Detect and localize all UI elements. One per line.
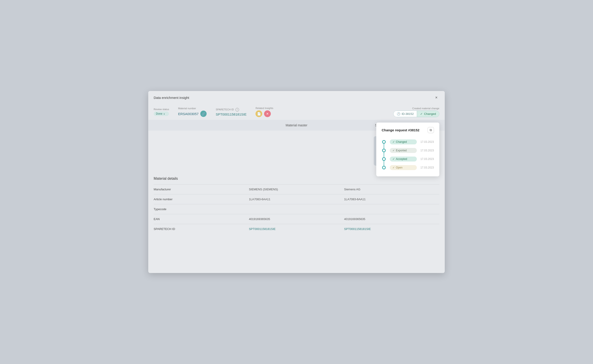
value-sparetechid-col3[interactable]: SPT0001158181SIE <box>344 227 439 231</box>
review-status-group: Review status Done ∨ <box>154 108 169 116</box>
modal-header: Data enrichment insight × <box>148 91 445 104</box>
timeline-dot-changed <box>382 140 386 144</box>
related-icons: 📄 ✕ <box>255 110 273 117</box>
check-icon: ✓ <box>420 112 423 116</box>
status-badge-exported: ✓ Exported <box>390 148 417 153</box>
timeline-date-open: 17.03.2023 <box>420 166 434 169</box>
change-badge-status: ✓ Changed <box>417 111 439 117</box>
check-icon-accepted: ✓ <box>392 157 395 161</box>
popup-header: Change request #38152 ⧉ <box>382 127 434 133</box>
label-article-number: Article number <box>154 198 249 201</box>
timeline-dot-accepted <box>382 157 386 161</box>
value-ean-col2: 4019169365635 <box>249 217 344 221</box>
timeline-date-changed: 17.03.2023 <box>420 140 434 143</box>
status-badge-changed: ✓ Changed <box>390 139 417 144</box>
material-number-connector: ERSA003057 🔗 <box>178 110 207 117</box>
value-article-col2: 1LA7083-6AA11 <box>249 198 344 201</box>
col1-empty <box>154 131 249 171</box>
popup-title: Change request #38152 <box>382 128 419 132</box>
value-manufacturer-col2: SIEMENS (SIEMENS) <box>249 188 344 191</box>
col-header-1 <box>154 124 249 127</box>
modal-title: Data enrichment insight <box>154 96 189 100</box>
status-label-open: Open <box>396 166 402 169</box>
material-number-value: ERSA003057 <box>178 112 198 116</box>
change-status-value: Changed <box>424 112 436 116</box>
modal-meta: Review status Done ∨ Material number ERS… <box>148 104 445 120</box>
sparetech-id-group: SPARETECH ID i SPT0001158181SIE <box>216 108 247 116</box>
table-row: Typecode <box>154 204 439 214</box>
timeline-date-exported: 17.03.2023 <box>420 149 434 152</box>
value-article-col3: 1LA7083-6AA11 <box>344 198 439 201</box>
link-icon: 🔗 <box>200 110 207 117</box>
label-typecode: Typecode <box>154 208 249 211</box>
review-status-badge[interactable]: Done ∨ <box>154 111 169 116</box>
section-title: Material details <box>154 177 439 181</box>
popup-link-button[interactable]: ⧉ <box>428 127 434 133</box>
material-number-group: Material number ERSA003057 🔗 <box>178 107 207 117</box>
table-row: EAN 4019169365635 4019169365635 <box>154 214 439 224</box>
modal: Data enrichment insight × Review status … <box>148 91 445 273</box>
timeline-dot-open <box>382 166 386 169</box>
clock-icon: 🕐 <box>397 112 400 116</box>
material-number-label: Material number <box>178 107 207 110</box>
details-section: Material details Manufacturer SIEMENS (S… <box>148 171 445 234</box>
status-label-accepted: Accepted <box>396 157 407 161</box>
status-badge-accepted: ✓ Accepted <box>390 156 417 162</box>
timeline-item-exported: ✓ Exported 17.03.2023 <box>382 146 434 155</box>
label-manufacturer: Manufacturer <box>154 188 249 191</box>
table-row: SPARETECH ID SPT0001158181SIE SPT0001158… <box>154 224 439 234</box>
value-ean-col3: 4019169365635 <box>344 217 439 221</box>
timeline-item-open: ✓ Open 17.03.2023 <box>382 163 434 172</box>
created-material-change-label: Created material change <box>412 107 439 110</box>
value-sparetechid-col2[interactable]: SPT0001158181SIE <box>249 227 344 231</box>
timeline: ✓ Changed 17.03.2023 ✓ Exported 17.03.20… <box>382 138 434 172</box>
table-row: Manufacturer SIEMENS (SIEMENS) Siemens A… <box>154 184 439 194</box>
check-icon-exported: ✓ <box>392 149 395 152</box>
created-material-change-section: Created material change 🕐 ID-38152 ✓ Cha… <box>393 107 439 117</box>
sparetech-id-label: SPARETECH ID i <box>216 108 247 111</box>
info-icon: i <box>235 108 239 111</box>
related-icon-yellow[interactable]: 📄 <box>255 110 262 117</box>
status-badge-open: ✓ Open <box>390 165 417 170</box>
status-label-exported: Exported <box>396 149 407 152</box>
related-insights-label: Related Insights <box>255 107 273 110</box>
review-status-value: Done <box>156 112 163 115</box>
sparetech-id-value: SPT0001158181SIE <box>216 112 247 116</box>
check-icon-open: ✓ <box>392 166 395 169</box>
change-badge[interactable]: 🕐 ID-38152 ✓ Changed <box>393 110 439 117</box>
col2-empty <box>249 131 344 171</box>
label-ean: EAN <box>154 217 249 221</box>
col-header-2: Material master <box>249 124 344 127</box>
check-icon-changed: ✓ <box>392 140 395 143</box>
timeline-dot-exported <box>382 149 386 152</box>
chevron-down-icon: ∨ <box>163 113 165 115</box>
related-icon-red[interactable]: ✕ <box>264 110 271 117</box>
timeline-item-accepted: ✓ Accepted 17.03.2023 <box>382 155 434 163</box>
close-button[interactable]: × <box>433 95 439 100</box>
value-manufacturer-col3: Siemens AG <box>344 188 439 191</box>
status-label-changed: Changed <box>396 140 407 143</box>
change-badge-id: 🕐 ID-38152 <box>394 111 417 117</box>
review-status-label: Review status <box>154 108 169 110</box>
change-id-value: ID-38152 <box>402 112 414 116</box>
change-popup: Change request #38152 ⧉ ✓ Changed 17.03.… <box>376 123 439 176</box>
timeline-item-changed: ✓ Changed 17.03.2023 <box>382 138 434 146</box>
table-row: Article number 1LA7083-6AA11 1LA7083-6AA… <box>154 194 439 204</box>
related-insights-group: Related Insights 📄 ✕ <box>255 107 273 117</box>
label-sparetech-id: SPARETECH ID <box>154 227 249 231</box>
timeline-date-accepted: 17.03.2023 <box>420 157 434 161</box>
